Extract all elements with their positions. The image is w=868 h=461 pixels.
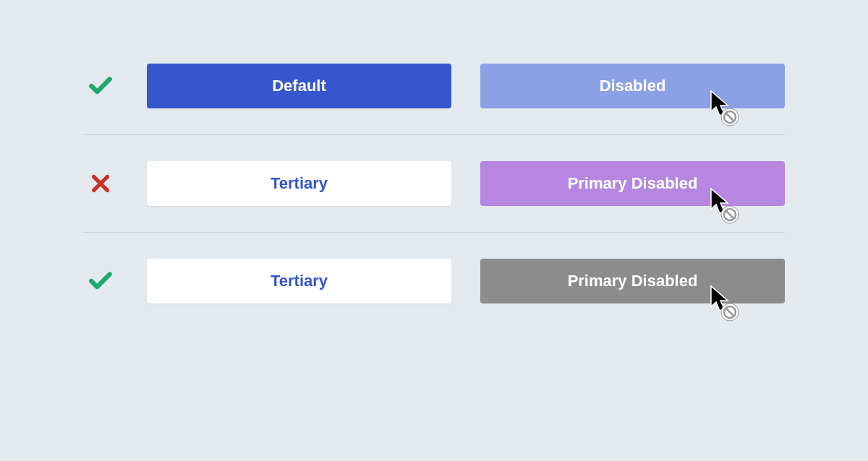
- button-label: Default: [272, 77, 326, 95]
- svg-point-8: [721, 303, 739, 321]
- svg-line-7: [726, 211, 734, 219]
- svg-line-10: [726, 309, 734, 316]
- cursor-not-allowed-icon: [710, 90, 741, 132]
- cursor-not-allowed-icon: [710, 187, 741, 229]
- example-row: Tertiary Primary Disabled: [83, 232, 785, 316]
- cursor-not-allowed-icon: [710, 285, 741, 327]
- check-icon: [83, 72, 118, 100]
- svg-point-9: [724, 306, 736, 318]
- button-label: Tertiary: [271, 174, 328, 193]
- button-label: Primary Disabled: [568, 272, 698, 290]
- button-label: Tertiary: [271, 272, 328, 290]
- check-icon: [83, 267, 118, 295]
- default-button[interactable]: Default: [147, 64, 451, 108]
- example-grid: Default Disabled Tertiary Primary Disabl…: [83, 51, 785, 316]
- button-label: Primary Disabled: [568, 174, 698, 193]
- primary-disabled-button: Primary Disabled: [480, 161, 785, 206]
- svg-line-2: [726, 113, 734, 121]
- tertiary-button[interactable]: Tertiary: [147, 161, 451, 206]
- example-row: Default Disabled: [83, 51, 785, 134]
- button-label: Disabled: [600, 77, 666, 95]
- svg-point-5: [721, 206, 739, 223]
- disabled-button: Disabled: [480, 64, 785, 108]
- example-row: Tertiary Primary Disabled: [83, 134, 785, 232]
- cross-icon: [83, 172, 118, 195]
- svg-point-1: [724, 111, 736, 123]
- svg-point-6: [724, 209, 736, 220]
- tertiary-button[interactable]: Tertiary: [147, 259, 451, 303]
- svg-point-0: [721, 108, 739, 126]
- primary-disabled-button: Primary Disabled: [480, 259, 785, 303]
